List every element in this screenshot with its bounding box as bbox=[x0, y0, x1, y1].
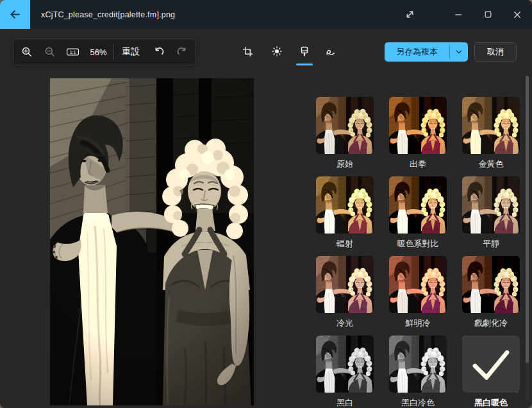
ink-pen-icon bbox=[324, 46, 337, 58]
filter-tile-selected[interactable]: 黑白暖色 bbox=[462, 336, 520, 408]
window-controls bbox=[444, 0, 532, 29]
filter-thumbnail bbox=[316, 256, 374, 313]
cancel-button[interactable]: 取消 bbox=[474, 42, 517, 62]
filter-label: 平靜 bbox=[462, 238, 520, 250]
actual-size-button[interactable]: 1:1 bbox=[62, 41, 84, 63]
filter-thumbnail bbox=[389, 336, 447, 393]
filter-label: 出拳 bbox=[389, 158, 447, 170]
close-icon bbox=[512, 10, 522, 20]
fullscreen-button[interactable] bbox=[395, 0, 424, 29]
back-button[interactable] bbox=[0, 0, 30, 29]
redo-icon bbox=[176, 46, 188, 58]
filter-label: 暖色系對比 bbox=[389, 238, 447, 250]
filter-label: 鮮明冷 bbox=[389, 318, 447, 329]
toolbar-divider bbox=[113, 44, 113, 60]
redo-button[interactable] bbox=[171, 41, 193, 63]
filter-thumbnail bbox=[389, 176, 447, 234]
filter-thumbnail bbox=[389, 97, 447, 154]
filter-label: 黑白暖色 bbox=[462, 397, 520, 408]
filter-label: 戲劇化冷 bbox=[462, 318, 520, 329]
chevron-down-icon bbox=[455, 48, 463, 56]
maximize-icon bbox=[483, 10, 493, 19]
markup-button[interactable] bbox=[319, 39, 342, 64]
filter-label: 金黃色 bbox=[462, 158, 520, 170]
filter-thumbnail bbox=[462, 336, 520, 393]
filter-tile[interactable]: 輻射 bbox=[316, 176, 374, 250]
reset-button[interactable]: 重設 bbox=[115, 41, 147, 63]
diagonal-resize-icon bbox=[404, 9, 415, 20]
filters-button[interactable] bbox=[293, 39, 316, 64]
save-copy-dropdown[interactable] bbox=[450, 42, 468, 62]
filter-label: 輻射 bbox=[316, 238, 374, 250]
filter-thumbnail bbox=[462, 97, 520, 154]
filter-tile[interactable]: 原始 bbox=[316, 97, 374, 170]
zoom-in-icon bbox=[21, 46, 33, 58]
titlebar: xCjTC_please_credit[palette.fm].png bbox=[0, 0, 532, 29]
filter-thumbnail bbox=[462, 256, 520, 313]
filter-tile[interactable]: 金黃色 bbox=[462, 97, 520, 170]
zoom-in-button[interactable] bbox=[16, 41, 38, 63]
svg-text:1:1: 1:1 bbox=[70, 50, 76, 55]
filter-tile[interactable]: 黑白冷色 bbox=[389, 336, 447, 408]
crop-icon bbox=[242, 46, 253, 57]
maximize-button[interactable] bbox=[473, 0, 503, 29]
save-copy-button[interactable]: 另存為複本 bbox=[385, 42, 449, 62]
one-to-one-icon: 1:1 bbox=[66, 46, 79, 58]
minimize-icon bbox=[453, 10, 463, 20]
zoom-toolbar: 1:1 56% 重設 bbox=[13, 38, 196, 65]
photos-editor-window: xCjTC_please_credit[palette.fm].png 1:1 bbox=[0, 0, 532, 408]
filter-tile[interactable]: 冷光 bbox=[316, 256, 374, 329]
filter-tile[interactable]: 暖色系對比 bbox=[389, 176, 447, 250]
save-copy-split-button: 另存為複本 bbox=[385, 42, 468, 62]
filter-thumbnail bbox=[462, 176, 520, 234]
checkmark-icon bbox=[462, 336, 520, 393]
close-button[interactable] bbox=[503, 0, 532, 29]
filter-thumbnail bbox=[316, 97, 374, 154]
back-arrow-icon bbox=[9, 8, 21, 21]
filter-label: 黑白 bbox=[316, 397, 374, 408]
filter-brush-icon bbox=[299, 46, 310, 57]
undo-button[interactable] bbox=[148, 41, 170, 63]
adjust-button[interactable] bbox=[265, 39, 288, 64]
filters-panel: 原始 出拳 金黃色 輻射 暖色系對比 平靜 冷光 鮮明冷 bbox=[316, 97, 520, 408]
filter-thumbnail bbox=[316, 176, 374, 234]
photo-canvas[interactable] bbox=[50, 78, 254, 405]
minimize-button[interactable] bbox=[444, 0, 473, 29]
filter-label: 冷光 bbox=[316, 318, 374, 329]
zoom-out-icon bbox=[44, 46, 56, 58]
filter-thumbnail bbox=[316, 336, 374, 393]
filter-tile[interactable]: 鮮明冷 bbox=[389, 256, 447, 329]
window-title: xCjTC_please_credit[palette.fm].png bbox=[41, 10, 175, 19]
filter-tile[interactable]: 平靜 bbox=[462, 176, 520, 250]
filter-label: 黑白冷色 bbox=[389, 397, 447, 408]
filter-tile[interactable]: 出拳 bbox=[389, 97, 447, 170]
crop-button[interactable] bbox=[236, 39, 259, 64]
selected-filter-overlay bbox=[462, 336, 520, 393]
zoom-out-button[interactable] bbox=[39, 41, 61, 63]
undo-icon bbox=[153, 46, 165, 58]
filter-tile[interactable]: 戲劇化冷 bbox=[462, 256, 520, 329]
filter-tile[interactable]: 黑白 bbox=[316, 336, 374, 408]
zoom-level: 56% bbox=[85, 47, 112, 57]
filter-thumbnail bbox=[389, 256, 447, 313]
sun-brightness-icon bbox=[271, 46, 283, 57]
filter-label: 原始 bbox=[316, 158, 374, 170]
scrollbar-thumb[interactable] bbox=[526, 76, 529, 363]
filters-scrollbar[interactable] bbox=[526, 76, 529, 400]
